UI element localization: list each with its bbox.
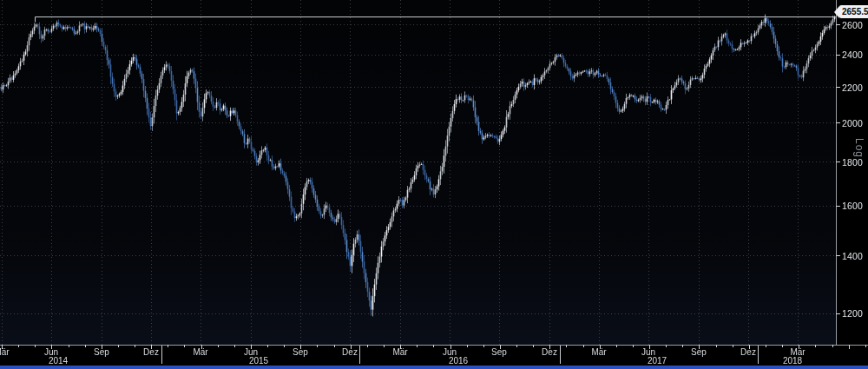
candlestick-chart-canvas[interactable] xyxy=(0,0,868,369)
bottom-window-edge xyxy=(0,366,868,369)
log-scale-label: Log xyxy=(853,138,865,158)
last-price-value: 2655.50 xyxy=(842,7,868,16)
last-price-callout: 2655.50 xyxy=(839,5,868,18)
terminal-chart-window: 26002400220020001800160014001200 MärJunS… xyxy=(0,0,868,369)
